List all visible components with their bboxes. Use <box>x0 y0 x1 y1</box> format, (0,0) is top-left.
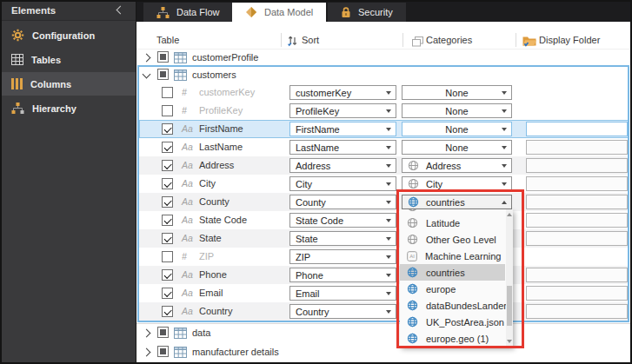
display-folder-input[interactable] <box>526 286 628 301</box>
category-dropdown[interactable]: Address <box>402 158 512 173</box>
dropdown-item[interactable]: countries <box>400 264 505 281</box>
sidebar-item-hierarchy[interactable]: Hierarchy <box>0 96 136 120</box>
category-dropdown[interactable]: None <box>402 103 512 118</box>
check-mark <box>163 288 171 296</box>
column-row[interactable]: AaAddressAddress Address <box>139 156 629 175</box>
column-checkbox[interactable] <box>162 233 173 244</box>
sort-dropdown[interactable]: ZIP <box>289 249 396 264</box>
chevron-right-icon[interactable] <box>143 329 151 338</box>
scrollbar-thumb[interactable] <box>507 286 512 326</box>
dropdown-item[interactable]: Latitude <box>400 215 505 231</box>
display-folder-input[interactable] <box>526 268 628 282</box>
category-dropdown[interactable]: None <box>402 85 512 100</box>
dropdown-item[interactable]: Other Geo Level <box>400 231 505 248</box>
chevron-right-icon[interactable] <box>143 348 151 357</box>
column-checkbox[interactable] <box>162 251 173 262</box>
sidebar-item-columns[interactable]: Columns <box>0 72 136 96</box>
column-row[interactable]: AaPhonePhone <box>139 266 629 284</box>
tab-data-model[interactable]: Data Model <box>232 3 326 22</box>
display-folder-input[interactable] <box>526 195 628 209</box>
category-dropdown[interactable]: City <box>402 176 512 191</box>
column-row[interactable]: AaFirstNameFirstName None <box>139 120 629 138</box>
chevron-down-icon <box>502 128 507 131</box>
numeric-type-icon: # <box>182 248 187 265</box>
sidebar-item-label: Configuration <box>32 30 95 41</box>
sort-dropdown[interactable]: Country <box>289 304 396 319</box>
column-checkbox[interactable] <box>162 196 173 208</box>
table-row[interactable]: data <box>136 324 630 341</box>
table-icon-slot <box>174 346 187 361</box>
sidebar-item-configuration[interactable]: Configuration <box>0 23 136 47</box>
sort-dropdown[interactable]: FirstName <box>289 122 396 136</box>
column-row[interactable]: AaCountyCounty countries <box>139 193 629 211</box>
category-dropdown[interactable]: countries <box>402 195 512 209</box>
sort-dropdown[interactable]: ProfileKey <box>289 103 396 118</box>
sort-dropdown[interactable]: Address <box>289 158 396 173</box>
sort-dropdown[interactable]: State <box>289 231 396 246</box>
table-checkbox[interactable] <box>157 327 169 338</box>
table-checkbox[interactable] <box>157 51 169 63</box>
table-row[interactable]: customers <box>136 66 630 83</box>
table-checkbox[interactable] <box>157 346 169 357</box>
collapse-sidebar-icon[interactable] <box>116 6 125 15</box>
column-row[interactable]: AaEmailEmail <box>139 284 629 302</box>
sort-dropdown[interactable]: Email <box>289 286 396 301</box>
table-row[interactable]: manufacturer details <box>136 343 630 361</box>
display-folder-input[interactable] <box>526 304 628 319</box>
column-name: Email <box>199 284 223 301</box>
sort-dropdown[interactable]: State Code <box>289 213 396 228</box>
column-checkbox[interactable] <box>162 306 173 317</box>
display-folder-input[interactable] <box>526 176 628 191</box>
column-row[interactable]: #ProfileKeyProfileKey None <box>139 102 629 120</box>
sort-dropdown-value: Email <box>296 288 320 299</box>
column-row[interactable]: AaCityCity City <box>139 175 629 193</box>
tab-label: Security <box>358 7 393 17</box>
scroll-up-icon[interactable] <box>507 213 512 216</box>
column-row[interactable]: AaLastNameLastName None <box>139 138 629 156</box>
column-checkbox[interactable] <box>162 142 173 153</box>
display-folder-input[interactable] <box>526 122 628 136</box>
column-checkbox[interactable] <box>162 288 173 299</box>
dropdown-item[interactable]: europe.geo (1) <box>400 330 505 347</box>
column-checkbox[interactable] <box>162 160 173 171</box>
globe-gray-icon <box>408 160 419 171</box>
column-row[interactable]: #customerKeycustomerKey None <box>139 83 629 102</box>
column-checkbox[interactable] <box>162 269 173 281</box>
sort-dropdown[interactable]: LastName <box>289 140 396 155</box>
chevron-right-icon[interactable] <box>143 54 151 63</box>
column-row[interactable]: #ZIPZIP <box>139 248 629 266</box>
sort-dropdown[interactable]: City <box>289 176 396 191</box>
category-dropdown[interactable]: None <box>402 122 512 136</box>
dropdown-scrollbar[interactable] <box>506 209 513 347</box>
sort-dropdown[interactable]: Phone <box>289 268 396 282</box>
column-checkbox[interactable] <box>162 123 173 135</box>
display-folder-input[interactable] <box>526 158 628 173</box>
display-folder-input[interactable] <box>526 213 628 228</box>
dropdown-item[interactable]: europe <box>400 281 505 297</box>
table-row[interactable]: customerProfile <box>136 49 630 66</box>
table-checkbox[interactable] <box>157 69 169 80</box>
column-checkbox[interactable] <box>162 178 173 189</box>
dropdown-item[interactable]: dataBundesLander2 <box>400 297 505 314</box>
column-checkbox[interactable] <box>162 215 173 226</box>
tab-data-flow[interactable]: Data Flow <box>143 3 233 22</box>
category-dropdown[interactable]: None <box>402 140 512 155</box>
scroll-down-icon[interactable] <box>507 340 512 343</box>
chevron-down-icon <box>502 164 507 168</box>
dropdown-item[interactable]: AIMachine Learning <box>400 248 505 264</box>
column-checkbox[interactable] <box>162 87 173 98</box>
column-row[interactable]: AaState CodeState Code <box>139 211 629 229</box>
display-folder-input[interactable] <box>526 231 628 246</box>
column-checkbox[interactable] <box>162 105 173 116</box>
globe-gray-icon <box>407 217 418 228</box>
column-row[interactable]: AaStateState <box>139 229 629 248</box>
sort-dropdown[interactable]: customerKey <box>289 85 396 100</box>
chevron-down-icon[interactable] <box>143 70 151 79</box>
sidebar-item-label: Columns <box>30 79 71 89</box>
display-folder-input[interactable] <box>526 140 628 155</box>
sort-dropdown[interactable]: County <box>289 195 396 209</box>
tab-security[interactable]: Security <box>328 3 406 22</box>
sidebar-item-tables[interactable]: Tables <box>0 48 136 71</box>
dropdown-item[interactable]: UK_PostArea.json <box>400 314 505 330</box>
column-row[interactable]: AaCountryCountry <box>139 302 629 321</box>
